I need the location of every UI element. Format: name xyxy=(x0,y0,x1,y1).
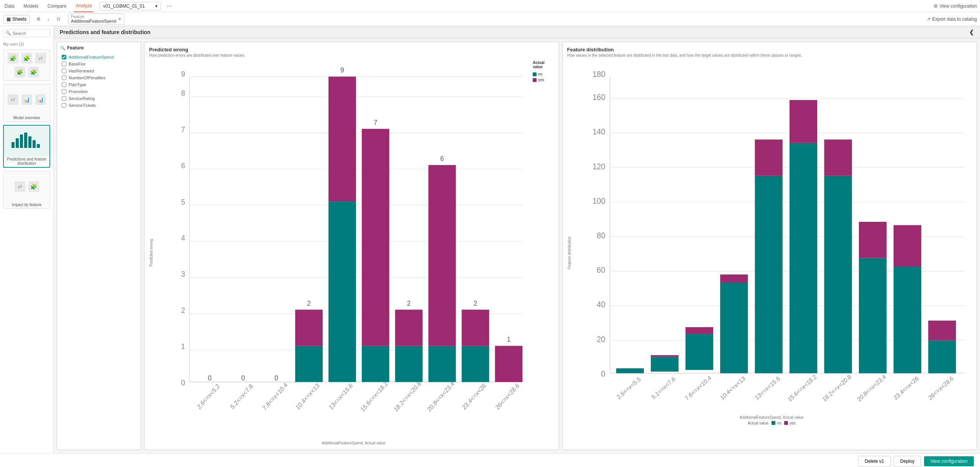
svg-text:9: 9 xyxy=(340,66,344,74)
svg-text:6: 6 xyxy=(440,154,444,162)
feature-checkbox-4[interactable] xyxy=(62,82,66,87)
feature-checkbox-3[interactable] xyxy=(62,75,66,80)
sheet-card-impact[interactable]: ⇄ 🧩 Impact by feature xyxy=(3,171,50,209)
svg-text:3: 3 xyxy=(181,269,185,278)
feature-item-promotion[interactable]: Promotion xyxy=(60,88,138,95)
icon-btn-2[interactable]: ↕ xyxy=(44,15,52,23)
more-icon[interactable]: ⋯ xyxy=(167,3,172,9)
arrows-icon-1: ⇄ xyxy=(35,53,46,64)
feature-label-2: HasRenewed xyxy=(69,69,94,73)
svg-text:0: 0 xyxy=(601,369,605,378)
my-own-label: My own (3) xyxy=(0,40,53,48)
predicted-legend-title: Actual value xyxy=(533,61,554,69)
nav-compare[interactable]: Compare xyxy=(46,0,68,12)
feature-checkbox-0[interactable] xyxy=(62,55,66,59)
feature-checkbox-5[interactable] xyxy=(62,89,66,94)
dist-label-yes: yes xyxy=(790,421,796,425)
svg-text:5: 5 xyxy=(181,197,185,206)
svg-text:160: 160 xyxy=(592,92,605,102)
svg-rect-89 xyxy=(755,139,782,176)
svg-rect-81 xyxy=(616,368,643,373)
legend-no-1: no xyxy=(533,72,554,76)
feature-item-basefee[interactable]: BaseFee xyxy=(60,61,138,67)
svg-text:2: 2 xyxy=(407,299,410,307)
icon-btn-1[interactable]: ⊞ xyxy=(34,15,42,23)
close-icon[interactable]: ✕ xyxy=(118,16,121,22)
feature-checkbox-6[interactable] xyxy=(62,96,66,101)
feature-dist-title: Feature distribution xyxy=(567,47,972,52)
svg-text:2.6<=x<5.2: 2.6<=x<5.2 xyxy=(196,383,221,410)
model-dropdown[interactable]: v01_LGBMC_01_01 ▾ xyxy=(100,2,161,10)
nav-analyze[interactable]: Analyze xyxy=(74,0,94,12)
svg-text:8: 8 xyxy=(181,88,185,97)
dist-dot-yes xyxy=(784,421,788,425)
svg-rect-90 xyxy=(789,143,817,373)
svg-text:7.6<=x<10.4: 7.6<=x<10.4 xyxy=(683,374,712,401)
svg-text:5.1<=x<7.6: 5.1<=x<7.6 xyxy=(650,375,676,401)
arrows-icon-2: ⇄ xyxy=(8,94,18,105)
feature-item-numberofpenalties[interactable]: NumberOfPenalties xyxy=(60,74,138,81)
legend-yes-1: yes xyxy=(533,78,554,82)
svg-rect-95 xyxy=(859,222,886,258)
icon-btn-3[interactable]: ⊡ xyxy=(54,15,62,23)
bottom-bar: Delete v1 Deploy View configuration xyxy=(0,453,980,467)
export-btn[interactable]: ↗ Export data to catalog xyxy=(927,16,977,22)
panel-title: Predictions and feature distribution ❮ xyxy=(54,26,980,39)
sheets-button[interactable]: ▦ Sheets xyxy=(3,15,30,23)
sheet-card-model-overview[interactable]: ⇄ 📊 📊 Model overview xyxy=(3,84,50,122)
charts-area: Predicted wrong How prediction errors ar… xyxy=(144,42,977,450)
search-input[interactable] xyxy=(13,31,48,36)
svg-text:140: 140 xyxy=(592,127,605,136)
feature-item-servicetickets[interactable]: ServiceTickets xyxy=(60,102,138,109)
sheet-card-1-content: 🧩 🧩 ⇄ 🧩 🧩 xyxy=(3,50,50,80)
svg-rect-5 xyxy=(33,140,36,148)
predicted-x-label: AdditionalFeatureSpend, Actual value xyxy=(153,441,554,445)
legend-dot-no-1 xyxy=(533,72,537,76)
grid-icon: ▦ xyxy=(7,16,11,22)
chevron-down-icon: ▾ xyxy=(155,3,158,9)
nav-data[interactable]: Data xyxy=(3,0,16,12)
svg-text:120: 120 xyxy=(592,162,605,171)
delete-button[interactable]: Delete v1 xyxy=(858,456,891,467)
feature-item-hasrenewed[interactable]: HasRenewed xyxy=(60,67,138,74)
feature-tag-title: Feature xyxy=(71,15,116,19)
nav-left-icon[interactable]: ❮ xyxy=(969,29,974,35)
feature-item-plantype[interactable]: PlanType xyxy=(60,81,138,88)
svg-rect-42 xyxy=(362,346,389,382)
export-label: Export data to catalog xyxy=(932,16,977,22)
nav-models[interactable]: Models xyxy=(22,0,40,12)
feature-label-7: ServiceTickets xyxy=(69,103,96,108)
feature-tag-name: AdditionalFeatureSpend xyxy=(71,19,116,23)
feature-checkbox-1[interactable] xyxy=(62,62,66,66)
search-box[interactable]: 🔍 xyxy=(3,29,50,37)
svg-text:23.4<=x<26: 23.4<=x<26 xyxy=(892,375,920,401)
toolbar2: ▦ Sheets ⊞ ↕ ⊡ Feature AdditionalFeature… xyxy=(0,12,980,26)
svg-rect-0 xyxy=(11,142,15,148)
svg-rect-98 xyxy=(928,340,955,373)
svg-text:26<=x<28.6: 26<=x<28.6 xyxy=(494,382,520,411)
feature-item-additionalfeaturespend[interactable]: AdditionalFeatureSpend xyxy=(60,54,138,61)
deploy-button[interactable]: Deploy xyxy=(894,456,921,467)
sheet-card-1[interactable]: 🧩 🧩 ⇄ 🧩 🧩 xyxy=(3,49,50,81)
feature-list: AdditionalFeatureSpend BaseFee HasRenewe… xyxy=(60,54,138,109)
svg-rect-92 xyxy=(824,176,852,374)
svg-text:20.8<=x<23.4: 20.8<=x<23.4 xyxy=(855,373,887,403)
dist-legend-no: no xyxy=(772,421,781,425)
svg-text:100: 100 xyxy=(592,196,605,205)
arrows-icon-3: ⇄ xyxy=(15,181,25,192)
predicted-wrong-chart: Predicted wrong How prediction errors ar… xyxy=(144,42,559,450)
feature-item-servicerating[interactable]: ServiceRating xyxy=(60,95,138,102)
svg-text:10.4<=x<13: 10.4<=x<13 xyxy=(719,375,746,401)
puzzle-icon-2: 🧩 xyxy=(21,53,32,64)
view-config-button[interactable]: View configuration xyxy=(924,456,974,466)
export-icon: ↗ xyxy=(927,16,931,22)
svg-rect-2 xyxy=(20,134,23,148)
dist-label-no: no xyxy=(777,421,781,425)
feature-checkbox-2[interactable] xyxy=(62,69,66,73)
sheet-card-predictions[interactable]: Predictions and feature distribution xyxy=(3,125,50,168)
dist-x-label: AdditionalFeatureSpend, Actual value xyxy=(571,415,972,419)
view-config-btn[interactable]: ⚙ View configuration xyxy=(934,3,977,9)
feature-checkbox-7[interactable] xyxy=(62,103,66,108)
feature-dist-chart-wrap: Feature distribution 0 20 40 60 xyxy=(567,61,972,445)
svg-text:15.6<=x<18.2: 15.6<=x<18.2 xyxy=(359,380,389,413)
